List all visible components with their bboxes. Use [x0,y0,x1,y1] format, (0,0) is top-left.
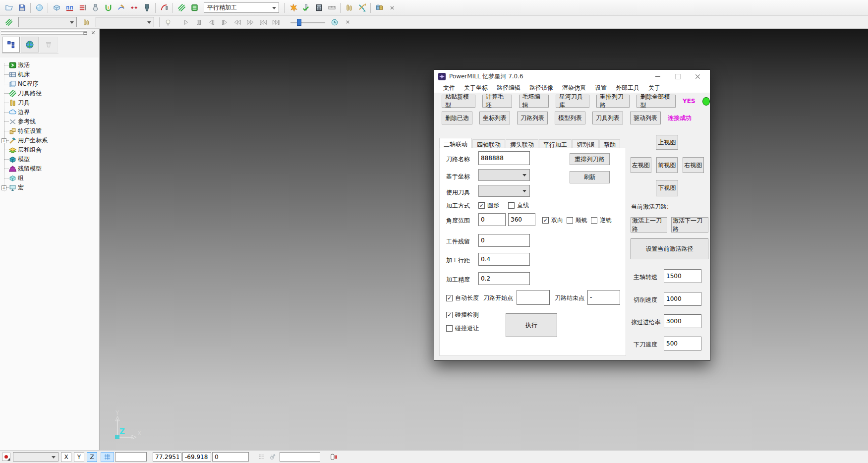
collision-avoid-option[interactable]: 碰撞避让 [446,324,479,333]
tool-verify-button[interactable] [299,2,312,14]
tree-item-machine[interactable]: 机床 [0,70,99,79]
plunge-feed-input[interactable] [664,337,701,350]
expand-icon[interactable] [1,138,6,143]
simulation-clock-button[interactable] [328,16,341,28]
auto-length-option[interactable]: 自动长度 [446,294,479,302]
active-toolpath-button[interactable] [2,16,15,28]
checkbox-circle[interactable] [478,202,485,209]
simulation-toolpath-dropdown[interactable] [18,17,77,27]
tree-item-levels-and-sets[interactable]: 层和组合 [0,145,99,155]
angle-start-input[interactable] [478,213,506,226]
calculator-button[interactable] [312,2,325,14]
toolpath-ribbon-button[interactable] [175,2,188,14]
checkbox-collision-check[interactable] [446,312,453,318]
menu-external-tools[interactable]: 外部工具 [611,84,644,92]
tab-explorer-trash[interactable] [40,37,58,53]
arc-lead-button[interactable] [158,2,171,14]
tab-explorer-tree[interactable] [2,37,20,53]
cursor-y-coordinate[interactable] [182,452,211,462]
start-point-input[interactable] [517,290,550,305]
cutting-feed-input[interactable] [664,292,701,306]
view-top-button[interactable]: 上视图 [656,135,678,150]
axis-y-toggle[interactable]: Y [74,452,84,462]
axis-x-toggle[interactable]: X [61,452,71,462]
toolpath-name-input[interactable] [478,151,530,165]
pause-button[interactable] [192,16,205,28]
menu-settings[interactable]: 设置 [590,84,611,92]
save-button[interactable] [15,2,28,14]
tree-item-tools[interactable]: 刀具 [0,98,99,108]
clipboard-monitor-button[interactable] [328,452,339,462]
maximize-button[interactable] [669,70,686,83]
slider-handle[interactable] [297,19,301,26]
bidirectional-option[interactable]: 双向 [542,216,563,225]
grid-toggle-button[interactable] [101,452,114,462]
delete-all-models-button[interactable]: 删除全部模型 [637,95,676,108]
coord-list-button[interactable]: 坐标列表 [479,112,510,124]
mode-circle-option[interactable]: 圆形 [478,201,499,210]
panel-close-button[interactable] [90,30,96,36]
checkbox-climb[interactable] [567,217,573,224]
tree-item-models[interactable]: 模型 [0,155,99,164]
stock-edit-button[interactable]: 毛坯编辑 [519,95,549,108]
coordinate-list-button[interactable] [256,452,267,462]
tree-item-macros[interactable]: 宏 [0,183,99,192]
pick-point-button[interactable] [2,453,10,461]
tool-pair-button[interactable] [343,2,355,14]
statusbar-dropdown[interactable] [13,452,58,462]
shading-button[interactable] [162,16,174,28]
skim-feed-input[interactable] [664,314,701,328]
axis-z-toggle[interactable]: Z [87,452,97,462]
reorder-toolpaths-button-2[interactable]: 重排列刀路 [570,153,610,165]
collision-check-button[interactable] [287,2,299,14]
rewind-button[interactable] [231,16,244,28]
paste-new-model-button[interactable]: 粘贴新模型 [442,95,475,108]
dialog-titlebar[interactable]: PowerMILL 忆梦星河 7.0.6 [434,70,710,83]
tolerance-input[interactable] [478,272,530,285]
cursor-x-coordinate[interactable] [153,452,181,462]
view-front-button[interactable]: 前视图 [656,157,678,173]
ruler-button[interactable] [325,2,338,14]
pattern-pencil-button[interactable] [115,2,127,14]
go-to-end-button[interactable] [270,16,283,28]
tree-item-boundaries[interactable]: 边界 [0,108,99,117]
cursor-z-coordinate[interactable] [212,452,249,462]
tool-holder-button[interactable] [140,2,153,14]
checkbox-line[interactable] [508,202,515,209]
swap-tools-button[interactable] [355,2,368,14]
expand-icon[interactable] [1,185,6,190]
fast-forward-button[interactable] [244,16,257,28]
checkbox-collision-avoid[interactable] [446,325,453,332]
levels-button[interactable] [76,2,89,14]
toolbar-close-button[interactable] [386,2,399,14]
spindle-speed-input[interactable] [664,269,701,283]
tool-list-button[interactable]: 刀具列表 [592,112,623,124]
checkbox-conventional[interactable] [591,217,597,224]
panel-splitter[interactable] [1,33,87,35]
tree-item-activate[interactable]: 激活 [0,60,99,70]
mode-line-option[interactable]: 直线 [508,201,529,210]
menu-file[interactable]: 文件 [439,84,460,92]
reorder-toolpaths-button[interactable]: 重排列刀路 [596,95,630,108]
block-button[interactable] [50,2,63,14]
statusbar-empty-field[interactable] [115,452,147,462]
menu-render-simulation[interactable]: 渲染仿真 [558,84,590,92]
activate-next-toolpath-button[interactable]: 激活下一刀路 [671,217,708,232]
simulation-models-button[interactable] [373,2,386,14]
menu-path-mirror[interactable]: 路径镜像 [525,84,558,92]
toolpath-list-button[interactable]: 刀路列表 [517,112,548,124]
viewport-3d[interactable]: Y X Z PowerMILL 忆梦星河 7.0.6 文件 关于坐标 路径编辑 [100,29,868,450]
snap-compass-button[interactable] [267,452,278,462]
go-to-start-button[interactable] [257,16,270,28]
tree-item-feature-sets[interactable]: 特征设置 [0,126,99,136]
tree-item-workplanes[interactable]: 用户坐标系 [0,136,99,145]
close-button[interactable] [689,70,706,83]
view-right-button[interactable]: 右视图 [683,157,704,173]
activate-prev-toolpath-button[interactable]: 激活上一刀路 [631,217,667,232]
sphere-tool-button[interactable] [33,2,46,14]
checkbox-auto-length[interactable] [446,295,453,301]
toolpath-steps-button[interactable] [63,2,76,14]
tree-item-stock-models[interactable]: 残留模型 [0,164,99,174]
set-active-path-button[interactable]: 设置当前激活路径 [631,238,708,259]
u-channel-button[interactable] [102,2,115,14]
